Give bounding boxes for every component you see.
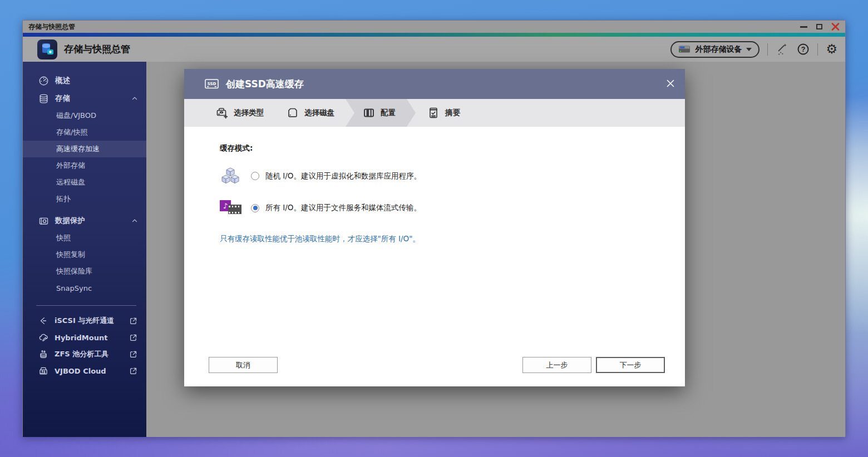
gear-icon: ⚙ bbox=[826, 43, 837, 56]
maximize-icon bbox=[816, 24, 822, 29]
sidebar-section-storage[interactable]: 存储 bbox=[23, 90, 146, 107]
sidebar-divider bbox=[36, 305, 136, 306]
step-configure[interactable]: 配置 bbox=[346, 99, 416, 127]
vjbod-cloud-icon bbox=[38, 366, 48, 376]
zfs-pool-icon bbox=[38, 349, 48, 359]
svg-text:?: ? bbox=[801, 46, 806, 53]
sidebar-item-iscsi[interactable]: iSCSI 与光纤通道 bbox=[23, 312, 146, 329]
dialog-header: SSD 创建SSD高速缓存 bbox=[184, 69, 685, 99]
window-titlebar: 存储与快照总管 bbox=[23, 21, 845, 33]
window-title: 存储与快照总管 bbox=[28, 22, 75, 32]
sidebar-item-external-storage[interactable]: 外部存储 bbox=[23, 157, 146, 174]
cache-note: 只有缓存读取性能优于池读取性能时，才应选择"所有 I/O"。 bbox=[220, 234, 649, 244]
external-link-icon bbox=[129, 334, 137, 342]
sidebar-item-snapshot-replica[interactable]: 快照复制 bbox=[23, 246, 146, 263]
gauge-icon bbox=[38, 76, 49, 86]
cancel-button[interactable]: 取消 bbox=[209, 357, 278, 373]
dialog-title: 创建SSD高速缓存 bbox=[226, 78, 304, 91]
external-link-icon bbox=[129, 317, 137, 325]
configure-icon bbox=[362, 106, 376, 120]
summary-checklist-icon bbox=[427, 106, 440, 120]
sidebar-item-zfs-analyzer[interactable]: ZFS 池分析工具 bbox=[23, 346, 146, 362]
option-all-io[interactable]: ♪ 所有 I/O。建议用于文件服务和媒体流式传输。 bbox=[220, 198, 649, 217]
sidebar-item-snapshot-vault[interactable]: 快照保险库 bbox=[23, 263, 146, 280]
dialog-body: 缓存模式: bbox=[184, 127, 685, 244]
sidebar-item-snapshot[interactable]: 快照 bbox=[23, 230, 146, 246]
settings-button[interactable]: ⚙ bbox=[826, 43, 837, 56]
external-device-dropdown[interactable]: 外部存储设备 bbox=[670, 41, 760, 58]
option-random-io[interactable]: 随机 I/O。建议用于虚拟化和数据库应用程序。 bbox=[220, 167, 649, 185]
radio-all-io[interactable] bbox=[251, 204, 259, 212]
snapshot-camera-icon bbox=[38, 216, 49, 226]
create-ssd-cache-dialog: SSD 创建SSD高速缓存 bbox=[184, 69, 685, 386]
help-button[interactable]: ? bbox=[797, 43, 810, 56]
wizard-stepbar: 选择类型 选择磁盘 配置 bbox=[184, 99, 685, 127]
sidebar: 概述 存储 磁盘/VJBOD 存储/快照 bbox=[23, 62, 146, 437]
cubes-icon bbox=[220, 167, 245, 185]
next-button[interactable]: 下一步 bbox=[596, 357, 665, 373]
sidebar-item-snapsync[interactable]: SnapSync bbox=[23, 280, 146, 296]
dialog-footer: 取消 上一步 下一步 bbox=[184, 357, 685, 373]
sidebar-item-topology[interactable]: 拓扑 bbox=[23, 191, 146, 207]
sidebar-section-data-protection[interactable]: 数据保护 bbox=[23, 212, 146, 230]
minimize-button[interactable] bbox=[800, 26, 807, 28]
step-summary[interactable]: 摘要 bbox=[416, 99, 471, 127]
wizard-button[interactable] bbox=[776, 43, 789, 56]
sidebar-item-vjbod-cloud[interactable]: VJBOD Cloud bbox=[23, 362, 146, 379]
external-link-icon bbox=[129, 367, 137, 375]
chevron-up-icon bbox=[131, 95, 139, 102]
svg-text:SSD: SSD bbox=[208, 82, 216, 86]
desktop-wallpaper: 存储与快照总管 存储与快 bbox=[0, 0, 868, 457]
sidebar-item-hybridmount[interactable]: HybridMount bbox=[23, 329, 146, 346]
close-icon bbox=[666, 79, 675, 88]
cloud-icon bbox=[38, 332, 48, 342]
storage-stack-icon bbox=[38, 93, 49, 104]
sidebar-item-remote-disk[interactable]: 远程磁盘 bbox=[23, 174, 146, 191]
disk-icon bbox=[286, 106, 299, 120]
maximize-button[interactable] bbox=[816, 24, 822, 29]
app-title: 存储与快照总管 bbox=[64, 43, 130, 56]
magic-wand-icon bbox=[776, 43, 789, 56]
app-header: 存储与快照总管 外部存储设备 bbox=[23, 37, 845, 62]
dialog-close-button[interactable] bbox=[666, 79, 675, 90]
accent-gradient-bar bbox=[23, 33, 845, 37]
close-window-button[interactable] bbox=[831, 23, 840, 31]
divider bbox=[817, 43, 818, 56]
minimize-icon bbox=[800, 26, 807, 28]
help-icon: ? bbox=[797, 43, 810, 56]
step-select-type[interactable]: 选择类型 bbox=[204, 99, 275, 127]
divider bbox=[767, 43, 768, 56]
film-strip-icon bbox=[228, 205, 241, 214]
app-window: 存储与快照总管 存储与快 bbox=[22, 20, 846, 436]
cache-mode-label: 缓存模式: bbox=[220, 143, 649, 153]
ssd-icon: SSD bbox=[204, 77, 219, 91]
previous-button[interactable]: 上一步 bbox=[522, 357, 591, 373]
step-select-disks[interactable]: 选择磁盘 bbox=[275, 99, 346, 127]
media-icon: ♪ bbox=[220, 198, 245, 217]
close-icon bbox=[831, 23, 840, 31]
sidebar-item-cache-acceleration[interactable]: 高速缓存加速 bbox=[23, 141, 146, 157]
drive-add-icon bbox=[215, 106, 229, 120]
sidebar-item-disks-vjbod[interactable]: 磁盘/VJBOD bbox=[23, 107, 146, 124]
sidebar-item-overview[interactable]: 概述 bbox=[23, 72, 146, 90]
external-link-icon bbox=[129, 350, 137, 359]
sidebar-item-storage-snapshots[interactable]: 存储/快照 bbox=[23, 124, 146, 141]
chevron-up-icon bbox=[131, 217, 139, 225]
external-drive-icon bbox=[678, 45, 691, 53]
iscsi-icon bbox=[38, 316, 48, 326]
chevron-down-icon bbox=[746, 48, 752, 51]
app-icon bbox=[37, 39, 57, 59]
radio-random-io[interactable] bbox=[251, 172, 259, 180]
